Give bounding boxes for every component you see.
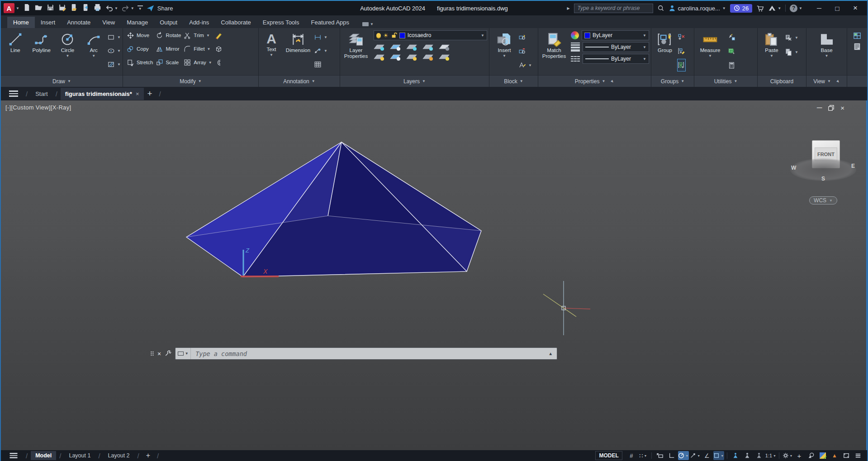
cart-icon[interactable] [756,5,764,12]
layout2-tab[interactable]: Layout 2 [104,451,134,460]
ortho-toggle[interactable] [666,451,677,460]
edit-attributes-button[interactable]: ▼ [518,59,532,71]
fillet-button[interactable]: Fillet ▼ [184,43,212,55]
layer-select-dropdown[interactable]: ☀ Icosaedro ▼ [374,30,487,40]
layer-isolate-button[interactable] [390,43,401,50]
customization-button[interactable] [853,451,863,460]
lineweight-icon[interactable] [571,43,580,52]
tab-add-ins[interactable]: Add-ins [183,17,215,28]
isometric-drafting-toggle[interactable]: ▼ [690,451,701,460]
copy-button[interactable]: Copy [127,43,153,55]
layer-match-button[interactable] [439,52,450,60]
save-to-web-button[interactable] [81,3,90,14]
lineweight-dropdown[interactable]: ByLayer ▼ [583,42,649,52]
signed-in-user[interactable]: carolina.roque... ▼ [669,5,726,12]
linetype-dropdown[interactable]: ByLayer ▼ [583,54,649,64]
tab-collaborate[interactable]: Collaborate [215,17,257,28]
object-snap-toggle[interactable]: ▼ [713,451,724,460]
line-button[interactable]: Line [3,29,28,75]
polar-tracking-toggle[interactable]: ▼ [678,451,689,460]
circle-button[interactable]: Circle ▼ [55,29,81,75]
annotation-scale-button[interactable]: 1:1▼ [765,451,776,460]
layer-unisolate-button[interactable] [390,52,401,60]
object-snap-tracking-toggle[interactable]: ∠ [702,451,712,460]
arc-button[interactable]: Arc ▼ [81,29,106,75]
grid-toggle[interactable]: # [626,451,637,460]
tab-annotate[interactable]: Annotate [61,17,96,28]
panel-label-groups[interactable]: Groups▼ [651,75,694,87]
panel-label-layers[interactable]: Layers▼ [340,75,489,87]
copy-clip-button[interactable]: ▼ [785,46,798,58]
panel-label-annotation[interactable]: Annotation▼ [259,75,340,87]
paste-button[interactable]: Paste ▼ [759,29,784,75]
dimension-button[interactable]: Dimension [283,29,313,75]
cut-button[interactable]: ▼ [785,32,798,43]
panel-label-draw[interactable]: Draw▼ [1,75,123,87]
file-tab-document[interactable]: figuras tridimensionais* × [61,88,144,100]
edit-block-button[interactable] [518,45,532,57]
annotation-autoscale-toggle[interactable] [742,451,753,460]
stretch-button[interactable]: Stretch [127,57,153,68]
snap-mode-toggle[interactable]: ∷▼ [638,451,649,460]
quick-calculator-button[interactable] [728,59,735,71]
group-button[interactable]: Group [653,29,677,75]
model-space-toggle[interactable]: MODEL [595,451,622,460]
command-line-grip[interactable] [150,351,154,356]
leader-button[interactable]: ▼ [314,45,327,57]
layer-thaw-icon[interactable]: ☀ [383,33,389,38]
hatch-button[interactable]: ▼ [107,58,121,70]
color-wheel-icon[interactable] [571,31,579,39]
dynamic-input-toggle[interactable] [655,451,665,460]
layer-on-all-button[interactable] [374,52,384,60]
trial-countdown-button[interactable]: 26 [730,4,752,13]
mirror-button[interactable]: Mirror [156,43,181,55]
pyramid-solid[interactable] [186,142,481,277]
pyramid-drawing[interactable]: Z X [1,100,867,450]
named-views-icon[interactable] [853,43,861,51]
polyline-button[interactable]: Polyline [29,29,54,75]
annotation-visibility-toggle[interactable] [730,451,741,460]
measure-button[interactable]: Measure ▼ [696,29,724,75]
annotation-scale-sync-toggle[interactable] [754,451,764,460]
file-tabs-menu-button[interactable] [5,90,23,97]
group-edit-button[interactable] [678,45,685,57]
autodesk-apps-button[interactable]: ▼ [768,4,781,12]
layer-unlock-button[interactable] [422,52,433,60]
share-button[interactable]: Share [146,4,173,13]
tab-home[interactable]: Home [7,17,35,28]
move-button[interactable]: Move [127,29,153,41]
tab-insert[interactable]: Insert [35,17,62,28]
layer-unlock-icon[interactable] [391,32,397,38]
tab-featured-apps[interactable]: Featured Apps [305,17,355,28]
command-history-toggle[interactable]: ▲ [544,351,557,356]
close-tab-icon[interactable]: × [136,90,139,97]
save-as-button[interactable] [58,3,66,14]
panel-expander-icon[interactable]: ▼ [609,78,615,84]
make-current-button[interactable] [439,43,450,50]
offset-button[interactable] [215,57,223,68]
rectangle-button[interactable]: ▼ [107,31,121,43]
panel-label-utilities[interactable]: Utilities▼ [694,75,757,87]
panel-label-properties[interactable]: Properties▼▼ [538,75,651,87]
linear-dimension-button[interactable]: ▼ [314,31,327,43]
new-drawing-tab-button[interactable]: + [144,89,156,99]
clean-screen-button[interactable] [841,451,852,460]
save-button[interactable] [46,3,55,14]
graphics-performance-button[interactable]: ▲ [829,451,840,460]
ungroup-button[interactable] [678,31,685,43]
rotate-button[interactable]: Rotate [156,29,181,41]
scale-button[interactable]: Scale [156,57,181,68]
search-input[interactable] [574,4,653,13]
layer-on-icon[interactable] [376,33,381,38]
panel-label-clipboard[interactable]: Clipboard [758,75,806,87]
layer-lock-button[interactable] [422,43,433,50]
layer-thaw-all-button[interactable] [406,52,417,60]
tab-output[interactable]: Output [154,17,183,28]
linetype-icon[interactable] [571,56,580,62]
explode-button[interactable] [215,43,223,55]
undo-button[interactable]: ▼ [105,4,118,13]
layer-freeze-button[interactable] [406,43,417,50]
help-button[interactable]: ? ▼ [790,5,802,12]
tab-view[interactable]: View [96,17,121,28]
maximize-button[interactable]: □ [828,2,846,14]
